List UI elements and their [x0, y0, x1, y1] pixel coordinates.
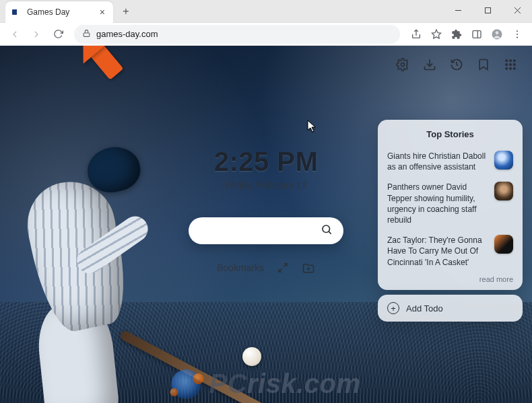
browser-tab[interactable]: Games Day ×: [5, 1, 113, 23]
bookmarks-row: Bookmarks: [217, 261, 315, 274]
downloads-icon[interactable]: [423, 58, 436, 71]
top-stories-card: Top Stories Giants hire Christian Daboll…: [378, 120, 523, 290]
story-thumb: [494, 182, 513, 200]
mouse-cursor-icon: [307, 120, 318, 136]
lock-icon: [82, 29, 91, 40]
svg-rect-1: [485, 7, 490, 13]
story-text: Giants hire Christian Daboll as an offen…: [387, 151, 488, 172]
watermark: PCrisk.com: [171, 369, 360, 399]
svg-point-13: [517, 36, 518, 38]
story-thumb: [494, 151, 513, 170]
svg-point-16: [506, 60, 508, 62]
svg-point-12: [517, 33, 518, 34]
story-text: Zac Taylor: They're Gonna Have To Carry …: [387, 235, 488, 268]
svg-point-22: [506, 67, 508, 69]
add-todo-label: Add Todo: [406, 303, 443, 314]
plus-circle-icon: +: [387, 302, 399, 314]
story-item[interactable]: Panthers owner David Tepper showing humi…: [387, 177, 513, 230]
nav-back-button[interactable]: [5, 25, 24, 44]
search-input[interactable]: [199, 225, 321, 236]
watermark-logo-icon: [171, 369, 201, 399]
background-baseball: [242, 347, 261, 366]
svg-point-21: [513, 63, 515, 65]
svg-point-20: [509, 63, 511, 65]
sidepanel-button[interactable]: [467, 25, 486, 44]
watermark-text: PCrisk.com: [209, 369, 360, 399]
nav-reload-button[interactable]: [48, 25, 67, 44]
profile-button[interactable]: [488, 25, 506, 44]
svg-point-24: [513, 67, 515, 69]
bookmarks-label: Bookmarks: [217, 262, 264, 273]
url-text: games-day.com: [96, 29, 158, 39]
window-close-button[interactable]: [502, 0, 532, 20]
svg-point-18: [513, 60, 515, 62]
window-minimize-button[interactable]: [443, 0, 473, 20]
top-stories-heading: Top Stories: [387, 129, 513, 139]
svg-line-27: [284, 264, 287, 267]
svg-point-11: [517, 30, 518, 32]
new-tab-button[interactable]: +: [117, 3, 135, 20]
window-titlebar: Games Day × +: [0, 0, 532, 23]
page-content: 2:25 PM Friday, February 17 Bookmarks To…: [0, 46, 532, 403]
svg-point-23: [509, 67, 511, 69]
story-thumb: [494, 235, 513, 254]
story-item[interactable]: Giants hire Christian Daboll as an offen…: [387, 146, 513, 177]
tab-close-button[interactable]: ×: [98, 7, 106, 17]
clock-widget: 2:25 PM Friday, February 17: [214, 147, 319, 190]
tab-favicon: [12, 9, 22, 15]
window-maximize-button[interactable]: [473, 0, 502, 20]
svg-line-28: [279, 268, 282, 272]
svg-point-19: [506, 63, 508, 65]
bookmark-star-button[interactable]: [427, 25, 446, 44]
story-text: Panthers owner David Tepper showing humi…: [387, 182, 488, 225]
read-more-link[interactable]: read more: [387, 275, 513, 283]
clock-date: Friday, February 17: [214, 180, 319, 190]
nav-forward-button[interactable]: [27, 25, 46, 44]
background-player: [0, 100, 215, 403]
chrome-menu-button[interactable]: [508, 25, 527, 44]
svg-point-25: [323, 225, 330, 233]
story-item[interactable]: Zac Taylor: They're Gonna Have To Carry …: [387, 230, 513, 272]
extensions-button[interactable]: [447, 25, 466, 44]
add-todo-card[interactable]: + Add Todo: [378, 295, 523, 322]
svg-rect-4: [84, 32, 90, 36]
search-bar[interactable]: [189, 217, 343, 244]
svg-marker-6: [432, 30, 440, 38]
share-button[interactable]: [407, 25, 426, 44]
history-icon[interactable]: [450, 58, 463, 71]
window-controls: [443, 0, 532, 20]
search-icon[interactable]: [321, 223, 333, 238]
bookmarks-add-folder-icon[interactable]: [302, 261, 315, 274]
browser-toolbar: games-day.com: [0, 23, 532, 46]
svg-point-14: [401, 63, 405, 67]
clock-time: 2:25 PM: [214, 147, 319, 177]
svg-line-26: [329, 231, 331, 234]
svg-rect-7: [473, 30, 481, 38]
bookmarks-expand-icon[interactable]: [276, 261, 290, 274]
quick-toolbar: [396, 58, 517, 71]
bookmark-icon[interactable]: [477, 58, 490, 71]
address-bar[interactable]: games-day.com: [74, 25, 400, 44]
apps-grid-icon[interactable]: [504, 58, 517, 71]
tab-title: Games Day: [27, 7, 98, 17]
settings-icon[interactable]: [396, 58, 409, 71]
svg-point-10: [496, 31, 499, 34]
svg-point-17: [509, 60, 511, 62]
